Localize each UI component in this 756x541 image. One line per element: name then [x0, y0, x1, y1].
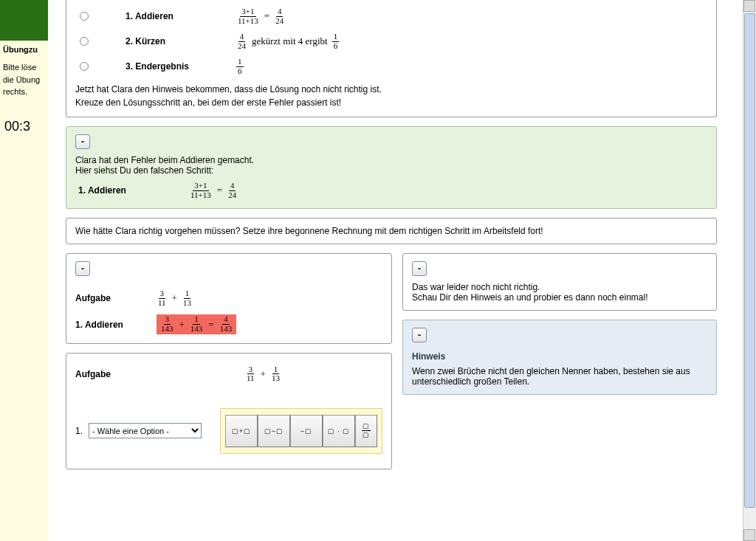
hint-title: Hinweis: [412, 351, 707, 362]
work1-step-label: 1. Addieren: [75, 320, 157, 330]
feedback-wrong-panel: - Das war leider noch nicht richtig. Sch…: [402, 253, 717, 311]
work2-aufgabe-math: 311 + 113: [245, 365, 281, 383]
radio-step-3[interactable]: [80, 62, 89, 71]
step-row-1[interactable]: 1. Addieren 3+111+13 = 424: [75, 7, 707, 25]
radio-step-1[interactable]: [80, 12, 89, 21]
sidebar-instructions: Bitte löse die Übung rechts.: [0, 60, 48, 104]
collapse-button-green[interactable]: -: [75, 134, 90, 149]
work-panel-1: - Aufgabe 311 + 113 1. Addieren: [66, 253, 392, 343]
step-row-2[interactable]: 2. Kürzen 424 gekürzt mit 4 ergibt 16: [75, 32, 707, 50]
radio-step-2[interactable]: [80, 37, 89, 46]
step-row-3[interactable]: 3. Endergebnis 16: [75, 58, 707, 75]
sidebar: Übungzu Bitte löse die Übung rechts. 00:…: [0, 0, 48, 541]
tool-multiply[interactable]: ▢ · ▢: [323, 415, 355, 447]
scroll-up-arrow[interactable]: [743, 0, 755, 12]
math-toolbox: ▢+▢ ▢−▢ −▢ ▢ · ▢ ▢▢: [220, 408, 382, 454]
collapse-button-feedback[interactable]: -: [412, 261, 427, 276]
step-3-label: 3. Endergebnis: [126, 61, 236, 72]
work2-step-index: 1.: [75, 426, 83, 436]
step-2-math: 424 gekürzt mit 4 ergibt 16: [236, 32, 339, 50]
step-1-math: 3+111+13 = 424: [236, 7, 285, 25]
instructions-1: Jetzt hat Clara den Hinweis bekommen, da…: [75, 83, 707, 109]
feedback-line-1: Das war leider noch nicht richtig.: [412, 282, 707, 292]
hint-text: Wenn zwei Brüche nicht den gleichen Nenn…: [412, 366, 707, 387]
green-line-2: Hier siehst Du den falschen Schritt:: [75, 165, 707, 176]
instruction-panel-2: Wie hätte Clara richtig vorgehen müssen?…: [66, 218, 717, 244]
work1-aufgabe-label: Aufgabe: [75, 293, 157, 303]
work2-aufgabe-label: Aufgabe: [75, 369, 157, 379]
tool-subtract[interactable]: ▢−▢: [258, 415, 290, 447]
tool-negate[interactable]: −▢: [290, 415, 323, 447]
green-step-label: 1. Addieren: [78, 185, 189, 196]
work1-wrong-math: 3143 + 1143 = 4143: [157, 314, 236, 334]
collapse-button-hint[interactable]: -: [412, 328, 427, 342]
step-2-label: 2. Kürzen: [126, 36, 236, 46]
sidebar-header: [0, 0, 48, 41]
feedback-correct-panel: - Clara hat den Fehler beim Addieren gem…: [66, 126, 717, 209]
step-3-math: 16: [236, 58, 244, 75]
work2-option-select[interactable]: - Wähle eine Option -: [89, 423, 202, 438]
collapse-button-work1[interactable]: -: [75, 261, 90, 276]
sidebar-title: Übungzu: [0, 41, 48, 60]
scroll-thumb[interactable]: [744, 13, 755, 508]
feedback-line-2: Schau Dir den Hinweis an und probier es …: [412, 292, 707, 303]
main-content: 1. Addieren 3+111+13 = 424 2. Kürzen 424…: [48, 0, 735, 541]
step-1-label: 1. Addieren: [126, 11, 236, 21]
vertical-scrollbar[interactable]: [743, 0, 756, 541]
timer: 00:3: [0, 104, 48, 149]
green-math: 3+111+13 = 424: [189, 182, 238, 199]
work-panel-2: Aufgabe 311 + 113 1. - Wähle eine Opti: [66, 353, 392, 469]
tool-fraction[interactable]: ▢▢: [355, 415, 377, 447]
steps-panel: 1. Addieren 3+111+13 = 424 2. Kürzen 424…: [66, 0, 717, 117]
tool-add[interactable]: ▢+▢: [225, 415, 258, 447]
work1-aufgabe-math: 311 + 113: [157, 289, 193, 307]
green-line-1: Clara hat den Fehler beim Addieren gemac…: [75, 155, 707, 165]
scroll-down-arrow[interactable]: [743, 529, 755, 541]
hint-panel: - Hinweis Wenn zwei Brüche nicht den gle…: [402, 320, 717, 395]
